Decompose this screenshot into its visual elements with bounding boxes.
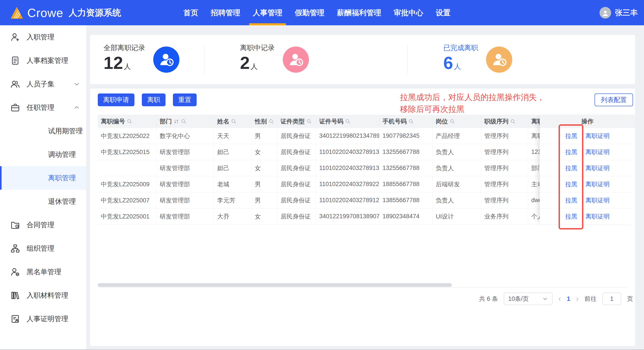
stat-card-2[interactable]: 已完成离职 6人 bbox=[407, 35, 635, 84]
blacklist-link[interactable]: 拉黑 bbox=[565, 164, 577, 172]
sidebar-item-label: 组织管理 bbox=[26, 244, 54, 253]
nav-item-2[interactable]: 人事管理 bbox=[253, 0, 282, 25]
search-icon[interactable] bbox=[181, 118, 186, 124]
sidebar-item-label: 入职管理 bbox=[26, 32, 54, 42]
sidebar-item-11[interactable]: 入职材料管理 bbox=[0, 284, 86, 307]
table-cell: 妲己 bbox=[214, 160, 252, 176]
column-header-9[interactable]: 离职 bbox=[528, 115, 540, 128]
stat-value: 12人 bbox=[104, 54, 145, 76]
nav-item-4[interactable]: 薪酬福利管理 bbox=[337, 0, 381, 25]
table-cell: 居民身份证 bbox=[277, 208, 316, 224]
column-header-4[interactable]: 证件类型 bbox=[277, 115, 316, 128]
search-icon[interactable] bbox=[268, 118, 274, 124]
stat-label: 全部离职记录 bbox=[104, 43, 145, 52]
stat-value: 2人 bbox=[240, 54, 275, 76]
list-config-button[interactable]: 列表配置 bbox=[594, 94, 633, 106]
column-header-0[interactable]: 离职编号 bbox=[98, 115, 156, 128]
user-menu[interactable]: 张三丰 bbox=[600, 0, 638, 25]
sidebar-subitem-5[interactable]: 调动管理 bbox=[0, 143, 86, 166]
goto-page-input[interactable] bbox=[602, 292, 621, 305]
resign-certificate-link[interactable]: 离职证明 bbox=[586, 212, 610, 220]
resign-certificate-link[interactable]: 离职证明 bbox=[586, 164, 610, 172]
sidebar-item-label: 人员子集 bbox=[26, 80, 54, 89]
blacklist-link[interactable]: 拉黑 bbox=[565, 212, 577, 220]
column-label: 离职 bbox=[531, 118, 540, 126]
brand-name: Crowe bbox=[27, 6, 63, 20]
column-header-2[interactable]: 姓名 bbox=[214, 115, 252, 128]
toolbar-button-1[interactable]: 离职 bbox=[142, 94, 166, 106]
id-document-icon bbox=[10, 314, 20, 324]
prev-page-button[interactable]: ‹ bbox=[558, 295, 561, 303]
document-icon bbox=[10, 56, 20, 66]
people-icon bbox=[10, 79, 20, 89]
table-cell: 业务序列 bbox=[481, 208, 528, 224]
sidebar-item-label: 入职材料管理 bbox=[26, 291, 68, 300]
table-cell: 大乔 bbox=[214, 208, 252, 224]
column-header-1[interactable]: 部门 bbox=[156, 115, 214, 128]
sidebar-item-label: 人事证明管理 bbox=[26, 314, 68, 324]
nav-item-5[interactable]: 审批中心 bbox=[394, 0, 423, 25]
nav-item-1[interactable]: 招聘管理 bbox=[211, 0, 240, 25]
sidebar-item-0[interactable]: 入职管理 bbox=[0, 25, 86, 49]
sidebar-item-3[interactable]: 任职管理 bbox=[0, 96, 86, 119]
search-icon[interactable] bbox=[510, 118, 516, 124]
blacklist-link[interactable]: 拉黑 bbox=[565, 148, 577, 156]
sidebar-item-label: 合同管理 bbox=[26, 220, 54, 230]
pagination-total: 共 6 条 bbox=[479, 295, 498, 303]
table-cell: 研发管理部 bbox=[156, 144, 214, 160]
nav-item-0[interactable]: 首页 bbox=[184, 0, 198, 25]
page-size-select[interactable]: 10条/页 bbox=[504, 292, 552, 305]
column-header-6[interactable]: 手机号码 bbox=[380, 115, 432, 128]
sidebar-item-8[interactable]: 合同管理 bbox=[0, 213, 86, 236]
data-table: 离职编号部门姓名性别证件类型证件号码手机号码岗位职级序列离职 中竞发LZ2025… bbox=[98, 115, 635, 224]
table-cell: 110102202403278913 bbox=[316, 160, 380, 176]
column-label: 证件类型 bbox=[280, 118, 305, 126]
search-icon[interactable] bbox=[306, 118, 312, 124]
stat-card-0[interactable]: 全部离职记录 12人 bbox=[90, 35, 204, 84]
sidebar-item-label: 任职管理 bbox=[26, 103, 54, 112]
sidebar-subitem-4[interactable]: 试用期管理 bbox=[0, 119, 86, 143]
resign-certificate-link[interactable]: 离职证明 bbox=[586, 196, 610, 204]
nav-item-6[interactable]: 设置 bbox=[436, 0, 450, 25]
column-header-8[interactable]: 职级序列 bbox=[481, 115, 528, 128]
table-cell: 管理序列 bbox=[481, 160, 528, 176]
sidebar-item-9[interactable]: 组织管理 bbox=[0, 236, 86, 260]
search-icon[interactable] bbox=[450, 118, 455, 124]
blacklist-link[interactable]: 拉黑 bbox=[565, 180, 577, 188]
sidebar-item-10[interactable]: 黑名单管理 bbox=[0, 260, 86, 284]
column-header-7[interactable]: 岗位 bbox=[432, 115, 481, 128]
sidebar-item-label: 退休管理 bbox=[48, 197, 76, 206]
sidebar-item-2[interactable]: 人员子集 bbox=[0, 72, 86, 96]
chevron-down-icon bbox=[73, 81, 80, 88]
table-cell: 女 bbox=[252, 144, 277, 160]
resign-certificate-link[interactable]: 离职证明 bbox=[586, 132, 610, 140]
nav-item-3[interactable]: 假勤管理 bbox=[295, 0, 324, 25]
blacklist-link[interactable]: 拉黑 bbox=[565, 196, 577, 204]
toolbar-button-0[interactable]: 离职申请 bbox=[98, 94, 134, 106]
search-icon[interactable] bbox=[231, 118, 237, 124]
current-page-number[interactable]: 1 bbox=[567, 296, 570, 302]
resign-certificate-link[interactable]: 离职证明 bbox=[586, 148, 610, 156]
table-cell: 负责人 bbox=[432, 192, 481, 208]
search-icon[interactable] bbox=[345, 118, 351, 124]
column-header-5[interactable]: 证件号码 bbox=[316, 115, 380, 128]
table-cell: 男 bbox=[252, 176, 277, 192]
search-icon[interactable] bbox=[408, 118, 414, 124]
sidebar-item-1[interactable]: 人事档案管理 bbox=[0, 49, 86, 72]
user-avatar-icon[interactable] bbox=[600, 7, 611, 18]
resign-certificate-link[interactable]: 离职证明 bbox=[586, 180, 610, 188]
search-icon[interactable] bbox=[126, 118, 132, 124]
horizontal-scrollbar-thumb[interactable] bbox=[98, 283, 452, 287]
sort-icon[interactable] bbox=[173, 118, 179, 124]
toolbar-button-2[interactable]: 重置 bbox=[173, 94, 196, 106]
sidebar-subitem-7[interactable]: 退休管理 bbox=[0, 190, 86, 213]
next-page-button[interactable]: › bbox=[576, 295, 579, 303]
column-header-3[interactable]: 性别 bbox=[252, 115, 277, 128]
blacklist-link[interactable]: 拉黑 bbox=[565, 132, 577, 140]
column-label: 姓名 bbox=[217, 118, 229, 126]
column-label: 职级序列 bbox=[484, 118, 508, 126]
sidebar-subitem-6[interactable]: 离职管理 bbox=[0, 166, 86, 190]
stat-card-1[interactable]: 离职中记录 2人 bbox=[204, 35, 407, 84]
sidebar-item-12[interactable]: 人事证明管理 bbox=[0, 307, 86, 330]
table-cell: 妲己 bbox=[214, 144, 252, 160]
